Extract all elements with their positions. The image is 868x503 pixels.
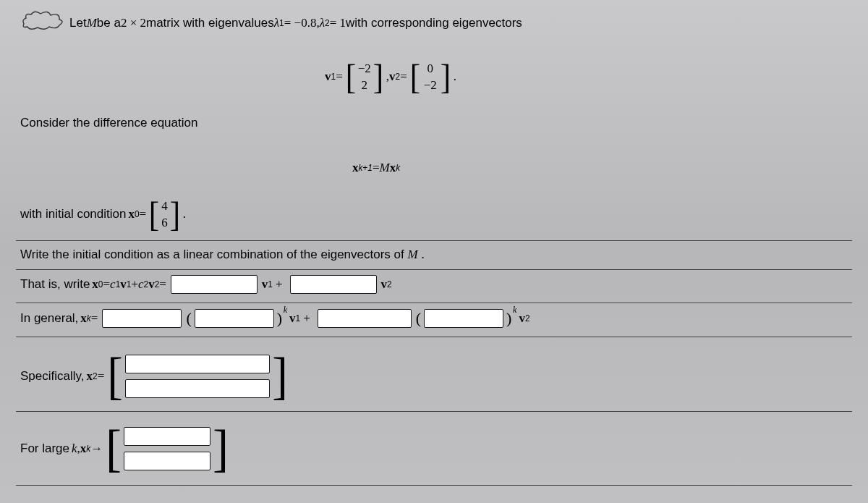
t: −2 <box>422 78 438 93</box>
t: 0 <box>98 279 103 289</box>
t: → <box>90 441 103 456</box>
t: v <box>262 277 268 292</box>
t: M <box>87 16 97 30</box>
xk-base2-input[interactable] <box>424 309 503 328</box>
limit-vector: [ ] <box>105 427 229 470</box>
bracket-left-icon: [ <box>106 428 122 470</box>
t: In general, <box>20 311 78 326</box>
prompt-consider: Consider the difference equation <box>20 116 848 130</box>
t: 2 <box>155 279 160 289</box>
t: Let <box>69 16 87 30</box>
t: Consider the difference equation <box>20 116 197 130</box>
bracket-right-icon: ] <box>213 428 229 470</box>
t: 2 <box>387 279 392 289</box>
t: . <box>421 248 424 261</box>
t: be a <box>97 16 121 30</box>
t: matrix with eigenvalues <box>146 16 274 30</box>
t: x <box>92 277 98 292</box>
xk-coef2-input[interactable] <box>318 309 412 328</box>
t: = <box>98 369 105 384</box>
t: 2 <box>144 279 149 289</box>
t: x <box>80 311 87 326</box>
divider <box>16 337 852 337</box>
t: 2 <box>358 78 371 93</box>
t: + <box>131 277 138 292</box>
t: v <box>389 69 396 84</box>
t: with initial condition <box>20 207 126 221</box>
t: 2 <box>525 313 530 324</box>
t: . <box>183 207 186 221</box>
t: ) <box>277 309 282 327</box>
t: λ <box>320 16 325 30</box>
t: ( <box>186 309 191 328</box>
t: 6 <box>161 216 168 230</box>
t: x <box>390 161 396 175</box>
t: = <box>400 69 407 84</box>
t: 0 <box>135 209 140 219</box>
bracket-right-icon: ] <box>441 59 451 94</box>
divider <box>16 411 852 412</box>
t: = −0.8, <box>284 16 320 30</box>
prompt-write: Write the initial condition as a linear … <box>20 248 848 262</box>
t: = <box>159 277 166 292</box>
t: with corresponding eigenvectors <box>346 16 522 30</box>
bracket-right-icon: ] <box>373 59 383 94</box>
vector-x0: [ 4 6 ] <box>148 197 180 232</box>
t: c <box>138 277 144 292</box>
t: ) <box>506 309 511 327</box>
divider <box>16 269 852 270</box>
t: −2 <box>358 62 371 76</box>
t: k <box>396 163 400 173</box>
t: x <box>352 161 359 175</box>
t: c <box>110 277 116 292</box>
t: That is, write <box>20 277 90 292</box>
t: λ <box>274 16 279 30</box>
t: k+1 <box>358 163 373 173</box>
t: For large <box>20 441 69 456</box>
x2-top-input[interactable] <box>125 355 270 373</box>
t: k <box>513 305 516 316</box>
t: 4 <box>161 199 168 214</box>
c2-input[interactable] <box>290 275 377 294</box>
t: = <box>140 207 147 221</box>
t: x <box>128 207 135 221</box>
scribble-icon <box>20 11 65 31</box>
worksheet-page: Let M be a 2 × 2 matrix with eigenvalues… <box>0 0 868 503</box>
t: x <box>80 441 87 456</box>
limit-top-input[interactable] <box>124 427 210 446</box>
bracket-left-icon: [ <box>346 59 356 94</box>
t: v <box>120 277 127 292</box>
t: v <box>289 311 296 326</box>
t: + <box>276 277 283 292</box>
t: Specifically, <box>20 369 85 384</box>
t: = <box>91 311 98 326</box>
limit-bot-input[interactable] <box>124 452 210 470</box>
eigenvector-display: v1 = [ −2 2 ] , v2 = [ 0 −2 ] . <box>20 59 761 94</box>
divider <box>16 485 852 486</box>
t: 1 <box>296 313 301 324</box>
bracket-left-icon: [ <box>107 355 123 397</box>
x2-bot-input[interactable] <box>125 379 270 398</box>
t: = 1 <box>330 16 346 30</box>
general-xk-line: In general, xk = ( ) k v1 + ( ) k v2 <box>20 309 848 328</box>
t: = <box>336 69 343 84</box>
t: v <box>148 277 155 292</box>
t: 1 <box>331 72 336 82</box>
t: 2 <box>396 72 401 82</box>
c1-input[interactable] <box>171 275 258 294</box>
bracket-left-icon: [ <box>149 197 159 232</box>
xk-base1-input[interactable] <box>195 309 274 328</box>
xk-coef1-input[interactable] <box>102 309 182 328</box>
t: M <box>407 248 417 261</box>
vector-v1: [ −2 2 ] <box>345 59 384 94</box>
divider <box>16 240 852 241</box>
t: 0 <box>422 62 438 76</box>
t: 2 × 2 <box>121 16 146 30</box>
t: 2 <box>325 18 330 28</box>
t: M <box>379 161 389 175</box>
vector-v2: [ 0 −2 ] <box>409 59 451 94</box>
t: 1 <box>279 18 284 28</box>
problem-intro: Let M be a 2 × 2 matrix with eigenvalues… <box>69 16 848 30</box>
t: 1 <box>116 279 121 289</box>
t: k <box>72 441 77 456</box>
